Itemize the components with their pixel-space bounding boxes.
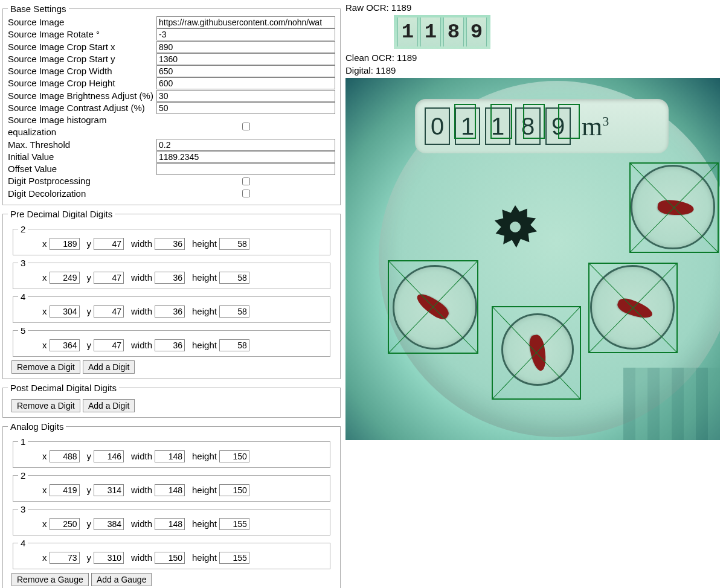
meter-preview-image: 01189m3 [345,78,720,440]
base-row-7-input[interactable] [156,102,335,114]
base2-row-2-label: Offset Value [8,163,156,175]
clean-ocr-value: 1189 [397,53,417,63]
base2-row-2-input[interactable] [156,163,335,175]
analog-digit-1-legend: 1 [18,436,28,447]
pre-4-y-label: y [87,306,92,316]
post-remove-digit-button[interactable]: Remove a Digit [11,399,80,412]
analog-2-x-input[interactable] [50,484,80,496]
pre-4-y-input[interactable] [94,305,124,318]
pre-5-h-input[interactable] [219,339,249,351]
pre-digit-4-legend: 4 [18,292,28,302]
pre-4-x-label: x [42,306,47,316]
analog-1-w-input[interactable] [155,450,185,462]
analog-1-y-input[interactable] [94,450,124,462]
pre-3-h-input[interactable] [219,272,249,284]
analog-4-h-label: height [192,552,217,563]
pre-2-h-label: height [192,238,217,249]
analog-remove-gauge-button[interactable]: Remove a Gauge [11,573,89,586]
analog-3-h-input[interactable] [219,518,249,530]
analog-1-x-input[interactable] [50,450,80,462]
analog-1-x-label: x [42,451,47,461]
analog-3-x-label: x [42,519,47,529]
analog-add-gauge-button[interactable]: Add a Gauge [91,573,152,586]
odometer-unit: m3 [582,111,609,142]
base-row-6-input[interactable] [156,90,335,102]
pre-3-w-input[interactable] [155,272,185,284]
pre-digit-5: 5xywidthheight [13,325,330,357]
base2-row-0-input[interactable] [156,139,335,151]
pre-3-y-input[interactable] [94,272,124,284]
analog-4-h-input[interactable] [219,552,249,564]
hist-eq-checkbox[interactable] [242,123,250,130]
digit-decol-checkbox[interactable] [242,190,250,197]
analog-3-y-label: y [87,519,92,529]
analog-3-y-input[interactable] [94,518,124,530]
svg-point-0 [510,222,521,232]
base-row-4-input[interactable] [156,65,335,77]
analog-fieldset: Analog Digits 1xywidthheight2xywidthheig… [2,421,341,588]
pre-4-h-input[interactable] [219,305,249,318]
pre-2-y-input[interactable] [94,238,124,250]
pre-5-y-input[interactable] [94,339,124,351]
analog-2-y-label: y [87,485,92,495]
pre-2-w-input[interactable] [155,238,185,250]
pre-2-w-label: width [131,238,152,249]
pre-4-h-label: height [192,306,217,316]
pre-5-x-label: x [42,340,47,350]
pre-5-h-label: height [192,340,217,350]
post-add-digit-button[interactable]: Add a Digit [83,399,135,412]
analog-4-y-input[interactable] [94,552,124,564]
preview-digit: 1 [397,18,418,46]
analog-3-x-input[interactable] [50,518,80,530]
base-row-4-label: Source Image Crop Width [8,65,156,77]
pre-5-x-input[interactable] [50,339,80,351]
pre-3-h-label: height [192,272,217,283]
pre-digit-3-legend: 3 [18,258,28,268]
pre-4-w-input[interactable] [155,305,185,318]
analog-4-y-label: y [87,552,92,563]
digit-postproc-label: Digit Postprocessing [8,175,156,187]
preview-digit: 8 [443,18,464,46]
analog-2-h-input[interactable] [219,484,249,496]
analog-digit-4-legend: 4 [18,538,28,548]
odometer: 01189m3 [415,99,669,153]
odometer-wheel: 0 [425,107,450,145]
analog-4-x-input[interactable] [50,552,80,564]
analog-digit-2: 2xywidthheight [13,470,330,502]
base-row-2-label: Source Image Crop Start x [8,41,156,53]
analog-1-w-label: width [131,451,152,461]
pre-2-h-input[interactable] [219,238,249,250]
base-row-2-input[interactable] [156,41,335,53]
pre-digit-3: 3xywidthheight [13,258,330,289]
digit-postproc-checkbox[interactable] [242,177,250,185]
analog-2-y-input[interactable] [94,484,124,496]
odometer-wheel: 1 [485,107,510,145]
base-row-1-input[interactable] [156,28,335,40]
pre-decimal-legend: Pre Decimal Digital Digits [8,209,115,219]
base-row-5-input[interactable] [156,77,335,89]
base-row-3-input[interactable] [156,53,335,65]
analog-4-x-label: x [42,552,47,563]
pre-remove-digit-button[interactable]: Remove a Digit [11,360,80,374]
pre-3-x-input[interactable] [50,272,80,284]
pre-digit-4: 4xywidthheight [13,292,330,323]
pre-5-w-input[interactable] [155,339,185,351]
analog-2-w-input[interactable] [155,484,185,496]
base2-row-1-input[interactable] [156,151,335,163]
odometer-wheel: 8 [515,107,541,145]
base-row-0-input[interactable] [156,16,335,28]
base-row-5-label: Source Image Crop Height [8,77,156,89]
base-row-7-label: Source Image Contrast Adjust (%) [8,102,156,114]
pre-2-x-input[interactable] [50,238,80,250]
pre-3-w-label: width [131,272,152,283]
analog-2-h-label: height [192,485,217,495]
pre-add-digit-button[interactable]: Add a Digit [83,360,135,374]
digital-label: Digital: [345,65,373,75]
analog-digit-4: 4xywidthheight [13,538,330,569]
analog-3-w-input[interactable] [155,518,185,530]
analog-1-h-input[interactable] [219,450,249,462]
pre-5-y-label: y [87,340,92,350]
pre-decimal-fieldset: Pre Decimal Digital Digits 2xywidthheigh… [2,209,341,379]
analog-4-w-input[interactable] [155,552,185,564]
pre-4-x-input[interactable] [50,305,80,318]
